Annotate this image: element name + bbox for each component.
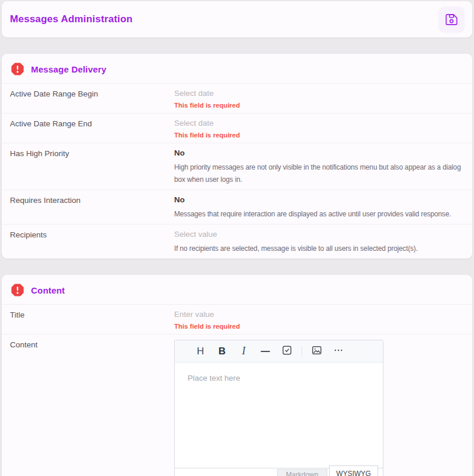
markdown-tab[interactable]: Markdown (277, 469, 327, 476)
save-button[interactable] (438, 6, 465, 33)
messages-administration-page: Messages Administration Message Deliver (0, 0, 474, 476)
alert-octagon-icon (11, 62, 25, 76)
italic-button[interactable]: I (236, 343, 252, 360)
field-label: Content (10, 340, 174, 476)
field-row-title: Title Enter value This field is required (2, 304, 472, 334)
image-icon (311, 344, 323, 358)
editor-toolbar: H B I (175, 340, 383, 363)
wysiwyg-tab[interactable]: WYSIWYG (329, 465, 378, 476)
field-help: If no recipients are selected, message i… (174, 243, 465, 255)
title-input[interactable]: Enter value (174, 310, 465, 319)
heading-icon: H (197, 346, 204, 357)
horizontal-rule-icon (261, 351, 270, 352)
date-picker-begin[interactable]: Select date (174, 89, 465, 98)
alert-octagon-icon (11, 283, 25, 297)
editor-mode-switch: Markdown WYSIWYG (175, 468, 383, 476)
section-content: Content Title Enter value This field is … (2, 275, 472, 476)
floppy-disk-icon (445, 13, 458, 26)
requires-interaction-toggle[interactable]: No (174, 195, 465, 205)
section-header-message-delivery: Message Delivery (2, 54, 472, 83)
bold-icon: B (219, 346, 226, 357)
field-label: Active Date Range End (10, 119, 174, 139)
field-label: Active Date Range Begin (10, 89, 174, 109)
toolbar-divider (302, 346, 302, 356)
field-row-content: Content H B I (2, 334, 472, 476)
date-picker-end[interactable]: Select date (174, 119, 465, 128)
field-label: Title (10, 310, 174, 330)
has-high-priority-toggle[interactable]: No (174, 149, 465, 158)
editor-placeholder: Place text here (188, 374, 240, 382)
italic-icon: I (242, 345, 245, 357)
field-label: Has High Priority (10, 149, 174, 186)
field-row-active-date-range-end: Active Date Range End Select date This f… (2, 113, 472, 143)
section-title: Content (31, 285, 65, 295)
recipients-select[interactable]: Select value (174, 230, 465, 239)
more-button[interactable] (330, 343, 347, 360)
task-checkbox-icon (281, 344, 293, 358)
field-error: This field is required (174, 323, 465, 330)
bold-button[interactable]: B (214, 343, 230, 360)
more-icon (333, 345, 344, 357)
field-help: Messages that require interaction are di… (174, 208, 465, 220)
horizontal-rule-button[interactable] (257, 343, 274, 360)
field-error: This field is required (174, 132, 465, 139)
field-row-recipients: Recipients Select value If no recipients… (2, 224, 472, 258)
insert-image-button[interactable] (309, 343, 325, 360)
section-message-delivery: Message Delivery Active Date Range Begin… (2, 54, 472, 258)
page-title: Messages Administration (10, 13, 133, 25)
section-header-content: Content (2, 275, 472, 304)
field-error: This field is required (174, 102, 465, 109)
field-help: High priority messages are not only visi… (174, 161, 465, 186)
page-header: Messages Administration (2, 1, 472, 37)
task-list-button[interactable] (279, 343, 295, 360)
field-label: Requires Interaction (10, 195, 174, 220)
field-row-active-date-range-begin: Active Date Range Begin Select date This… (2, 83, 472, 113)
section-title: Message Delivery (31, 64, 106, 74)
field-row-has-high-priority: Has High Priority No High priority messa… (2, 143, 472, 189)
field-row-requires-interaction: Requires Interaction No Messages that re… (2, 189, 472, 224)
field-label: Recipients (10, 230, 174, 255)
content-wysiwyg-editor: H B I (174, 340, 383, 476)
heading-button[interactable]: H (192, 343, 209, 360)
editor-text-area[interactable]: Place text here (175, 363, 383, 468)
